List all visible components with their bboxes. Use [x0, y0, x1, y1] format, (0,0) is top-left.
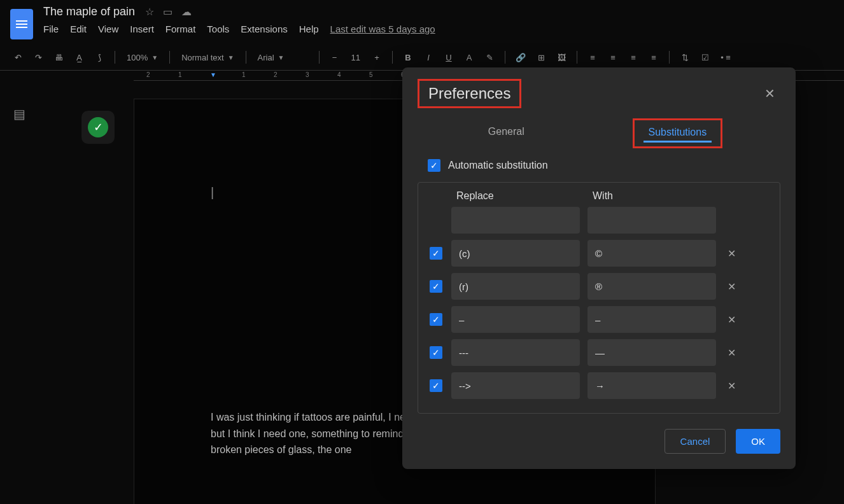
sub-row-new	[428, 207, 770, 234]
image-button[interactable]: 🖼	[554, 50, 569, 65]
menu-edit[interactable]: Edit	[70, 24, 87, 34]
checklist-button[interactable]: ☑	[698, 50, 713, 65]
replace-header: Replace	[456, 190, 586, 202]
align-center-button[interactable]: ≡	[605, 50, 621, 65]
remove-icon[interactable]: ✕	[724, 248, 739, 260]
remove-icon[interactable]: ✕	[724, 281, 739, 293]
sub-row: ✓✕	[428, 273, 770, 300]
align-justify-button[interactable]: ≡	[646, 50, 661, 65]
replace-input[interactable]	[451, 372, 580, 399]
star-icon[interactable]: ☆	[145, 6, 154, 18]
sub-checkbox[interactable]: ✓	[430, 313, 442, 326]
spellcheck-button[interactable]: A̲	[71, 50, 87, 65]
with-input[interactable]	[587, 240, 716, 267]
menu-file[interactable]: File	[43, 24, 59, 34]
menu-help[interactable]: Help	[299, 24, 319, 34]
italic-button[interactable]: I	[421, 50, 436, 65]
docs-logo[interactable]	[10, 9, 33, 39]
menu-format[interactable]: Format	[165, 24, 196, 34]
bullet-list-button[interactable]: • ≡	[718, 50, 733, 65]
last-edit-link[interactable]: Last edit was 5 days ago	[330, 24, 435, 34]
remove-icon[interactable]: ✕	[724, 380, 739, 392]
move-icon[interactable]: ▭	[163, 6, 172, 18]
sub-row: ✓✕	[428, 372, 770, 399]
text-color-button[interactable]: A	[461, 50, 477, 65]
font-size-minus[interactable]: −	[327, 50, 342, 65]
comment-button[interactable]: ⊞	[533, 50, 549, 65]
ok-button[interactable]: OK	[736, 429, 780, 454]
redo-button[interactable]: ↷	[31, 50, 46, 65]
autosub-label: Automatic substitution	[448, 160, 548, 171]
replace-input[interactable]	[451, 240, 580, 267]
with-input[interactable]	[587, 372, 716, 399]
substitutions-table: Replace With ✓✕✓✕✓✕✓✕✓✕	[418, 182, 780, 414]
font-size[interactable]: 11	[348, 53, 364, 62]
replace-input[interactable]	[451, 339, 580, 366]
dialog-title: Preferences	[418, 79, 521, 108]
menu-insert[interactable]: Insert	[130, 24, 154, 34]
with-input[interactable]	[587, 306, 716, 333]
autosub-checkbox[interactable]: ✓	[428, 159, 440, 172]
tab-substitutions[interactable]: Substitutions	[644, 124, 712, 143]
highlight-button[interactable]: ✎	[482, 50, 497, 65]
sub-row: ✓✕	[428, 306, 770, 333]
align-left-button[interactable]: ≡	[585, 50, 600, 65]
sub-checkbox[interactable]: ✓	[430, 379, 442, 392]
sub-row: ✓✕	[428, 240, 770, 267]
replace-input-new[interactable]	[451, 207, 580, 234]
preferences-dialog: Preferences ✕ General Substitutions ✓ Au…	[402, 67, 796, 469]
cancel-button[interactable]: Cancel	[665, 429, 726, 454]
with-input[interactable]	[587, 273, 716, 300]
line-spacing-button[interactable]: ⇅	[677, 50, 693, 65]
zoom-select[interactable]: 100%▼	[123, 53, 162, 62]
menu-view[interactable]: View	[98, 24, 118, 34]
align-right-button[interactable]: ≡	[626, 50, 641, 65]
replace-input[interactable]	[451, 273, 580, 300]
link-button[interactable]: 🔗	[513, 50, 528, 65]
menu-extensions[interactable]: Extensions	[241, 24, 287, 34]
toolbar: ↶ ↷ 🖶 A̲ ⟆ 100%▼ Normal text▼ Arial▼ − 1…	[0, 45, 844, 71]
cloud-icon[interactable]: ☁	[181, 6, 192, 18]
undo-button[interactable]: ↶	[10, 50, 25, 65]
check-icon: ✓	[88, 117, 108, 137]
sub-checkbox[interactable]: ✓	[430, 346, 442, 359]
with-input-new[interactable]	[587, 207, 716, 234]
font-select[interactable]: Arial▼	[254, 53, 311, 62]
with-input[interactable]	[587, 339, 716, 366]
underline-button[interactable]: U	[441, 50, 456, 65]
sub-checkbox[interactable]: ✓	[430, 247, 442, 260]
print-button[interactable]: 🖶	[51, 50, 66, 65]
tab-general[interactable]: General	[475, 118, 537, 146]
bold-button[interactable]: B	[400, 50, 416, 65]
spellcheck-badge[interactable]: ✓	[81, 111, 115, 144]
outline-icon[interactable]: ▤	[13, 106, 25, 122]
replace-input[interactable]	[451, 306, 580, 333]
style-select[interactable]: Normal text▼	[178, 53, 237, 62]
font-size-plus[interactable]: +	[369, 50, 384, 65]
sub-checkbox[interactable]: ✓	[430, 280, 442, 293]
document-title[interactable]: The maple of pain	[43, 5, 135, 18]
sub-row: ✓✕	[428, 339, 770, 366]
menu-tools[interactable]: Tools	[207, 24, 229, 34]
remove-icon[interactable]: ✕	[724, 314, 739, 326]
with-header: With	[593, 190, 722, 202]
remove-icon[interactable]: ✕	[724, 347, 739, 359]
close-icon[interactable]: ✕	[759, 81, 780, 106]
paint-format-button[interactable]: ⟆	[92, 50, 107, 65]
